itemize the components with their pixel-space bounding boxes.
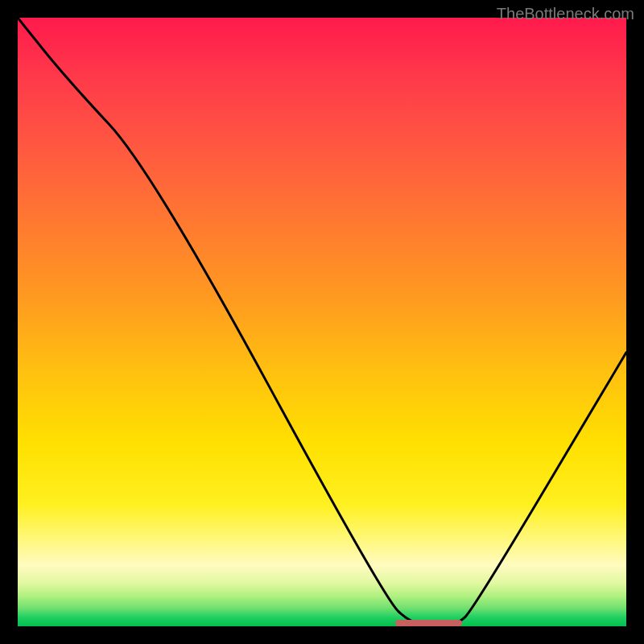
bottleneck-curve (18, 18, 626, 626)
trough-marker (395, 620, 462, 626)
watermark-text: TheBottleneck.com (497, 5, 634, 23)
